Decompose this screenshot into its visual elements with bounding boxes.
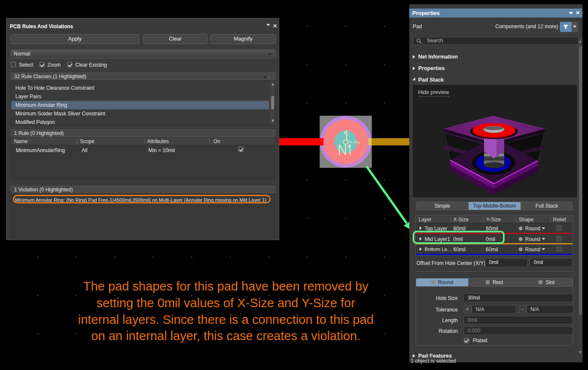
svg-text:No Ring: No Ring — [349, 141, 360, 144]
